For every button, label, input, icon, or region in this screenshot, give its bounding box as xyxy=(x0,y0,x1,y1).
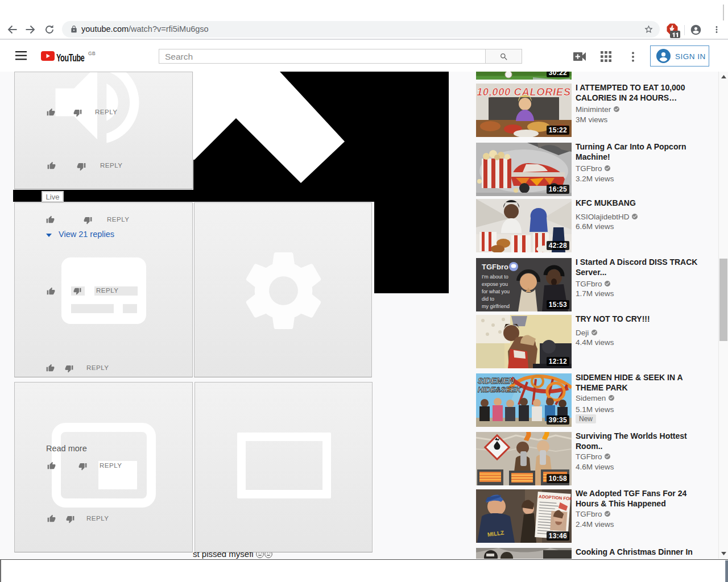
svg-text:10,000 CALORIES: 10,000 CALORIES xyxy=(477,86,571,98)
svg-text:SIDEMEN: SIDEMEN xyxy=(478,376,515,385)
svg-text:for what you: for what you xyxy=(482,289,510,294)
svg-text:I'm about to: I'm about to xyxy=(482,274,508,280)
svg-text:HIDE&SEEK: HIDE&SEEK xyxy=(478,385,522,394)
svg-text:did to: did to xyxy=(482,296,494,302)
svg-text:TGFbro: TGFbro xyxy=(482,263,508,271)
svg-text:expose you: expose you xyxy=(482,281,508,287)
svg-text:my girlfriend: my girlfriend xyxy=(482,304,510,309)
